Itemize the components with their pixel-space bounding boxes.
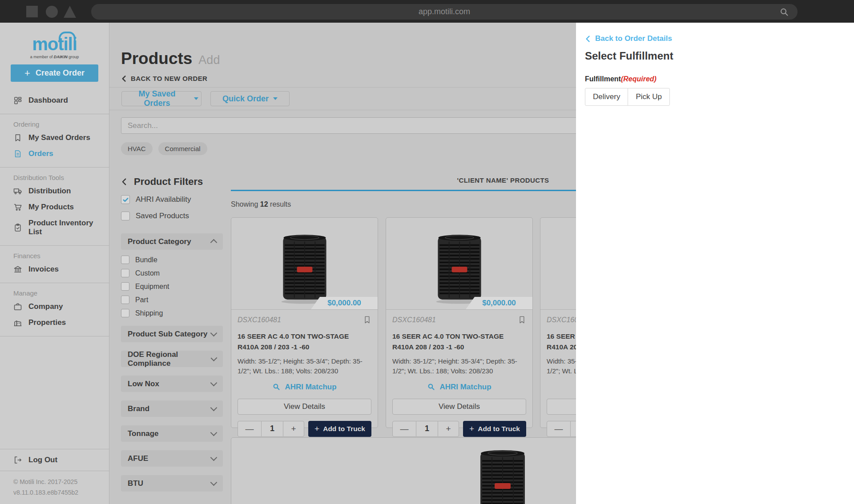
checkbox-unchecked-icon <box>121 269 129 277</box>
quantity-value[interactable]: 1 <box>416 421 438 437</box>
logout-button[interactable]: Log Out <box>0 449 109 471</box>
product-image-area: $0,000.00 <box>386 218 532 310</box>
logout-icon <box>13 456 22 464</box>
product-filters-header[interactable]: Product Filters <box>121 176 223 188</box>
filter-group-doe-regional-compliance[interactable]: DOE Regional Compliance <box>121 351 223 367</box>
select-fulfillment-panel: Back to Order Details Select Fulfillment… <box>576 23 854 504</box>
quantity-decrease-button[interactable]: — <box>547 421 571 437</box>
sidebar-item-my-products[interactable]: My Products <box>0 199 109 215</box>
filter-group-tonnage[interactable]: Tonnage <box>121 425 223 442</box>
ahri-availability-checkbox[interactable]: AHRI Availability <box>121 195 223 204</box>
filter-group-afue[interactable]: AFUE <box>121 450 223 467</box>
version-text: v8.11.0.183.e8b7455b2 <box>13 489 109 496</box>
quantity-decrease-button[interactable]: — <box>238 421 262 437</box>
checkbox-unchecked-icon <box>121 212 130 220</box>
create-order-button[interactable]: + Create Order <box>11 64 98 82</box>
option-part[interactable]: Part <box>121 296 223 304</box>
quick-order-dropdown[interactable]: Quick Order <box>210 91 290 106</box>
building-icon <box>13 318 22 327</box>
bookmark-icon <box>13 133 22 142</box>
results-count-text: Showing 12 results <box>231 200 291 208</box>
product-filters-panel: Product Filters AHRI Availability Saved … <box>121 176 223 492</box>
sidebar-item-dashboard[interactable]: Dashboard <box>0 92 109 108</box>
ahri-matchup-link[interactable]: AHRI Matchup <box>238 383 371 392</box>
condenser-unit-image <box>471 445 534 504</box>
filter-group-product-sub-category[interactable]: Product Sub Category <box>121 326 223 342</box>
checkbox-unchecked-icon <box>121 309 129 317</box>
chevron-left-icon <box>121 178 128 186</box>
product-category-options: Bundle Custom Equipment Part Shipping <box>121 256 223 317</box>
sidebar-item-company[interactable]: Company <box>0 299 109 315</box>
sidebar-section-finances: Finances <box>0 246 109 261</box>
chevron-down-icon <box>210 454 218 461</box>
tab-client-name-products[interactable]: 'CLIENT NAME' PRODUCTS <box>421 176 585 184</box>
address-bar[interactable]: app.motili.com <box>91 4 798 20</box>
back-to-new-order-link[interactable]: BACK TO NEW ORDER <box>121 75 207 82</box>
quantity-stepper: — 1 + <box>392 421 459 437</box>
view-details-button[interactable]: View Details <box>238 399 371 415</box>
sidebar-item-invoices[interactable]: Invoices <box>0 261 109 277</box>
option-equipment[interactable]: Equipment <box>121 282 223 291</box>
filter-group-low-nox[interactable]: Low Nox <box>121 376 223 392</box>
motili-logo-text: motili <box>0 35 109 53</box>
pickup-button[interactable]: Pick Up <box>628 88 670 106</box>
option-custom[interactable]: Custom <box>121 269 223 277</box>
chip-commercial[interactable]: Commercial <box>158 142 207 155</box>
price-banner: $0,000.00 <box>466 297 532 309</box>
product-card-body: DSXC160481 16 SEER AC 4.0 TON TWO-STAGE … <box>386 310 532 442</box>
quantity-row: — 1 + + Add to Truck <box>392 421 526 437</box>
fulfillment-field-label: Fulfillment(Required) <box>585 75 854 83</box>
product-card-body: DSXC160481 16 SEER AC 4.0 TON TWO-STAGE … <box>231 310 378 442</box>
chevron-down-icon <box>273 97 278 100</box>
sidebar-item-properties[interactable]: Properties <box>0 315 109 331</box>
chevron-down-icon <box>210 429 218 436</box>
sidebar-item-orders[interactable]: Orders <box>0 146 109 162</box>
bookmark-icon[interactable] <box>363 315 371 324</box>
ahri-matchup-link[interactable]: AHRI Matchup <box>392 383 526 392</box>
panel-title: Select Fulfillment <box>585 50 854 62</box>
sidebar-item-product-inventory-list[interactable]: Product Inventory List <box>0 215 109 240</box>
add-to-truck-button[interactable]: + Add to Truck <box>308 421 371 437</box>
product-search-input[interactable] <box>121 117 650 134</box>
window-triangle-shape <box>64 6 76 18</box>
plus-icon: + <box>469 424 474 434</box>
my-saved-orders-dropdown[interactable]: My Saved Orders <box>121 91 201 106</box>
add-to-truck-button[interactable]: + Add to Truck <box>463 421 526 437</box>
filter-group-btu[interactable]: BTU <box>121 475 223 492</box>
sidebar-item-distribution[interactable]: Distribution <box>0 183 109 199</box>
filter-chips: HVAC Commercial <box>121 142 207 155</box>
quantity-increase-button[interactable]: + <box>438 421 459 437</box>
briefcase-icon <box>13 302 22 311</box>
address-bar-url: app.motili.com <box>419 7 470 16</box>
quantity-decrease-button[interactable]: — <box>392 421 416 437</box>
filter-group-brand[interactable]: Brand <box>121 400 223 417</box>
chevron-up-icon <box>210 239 218 246</box>
saved-products-checkbox[interactable]: Saved Products <box>121 212 223 220</box>
chip-hvac[interactable]: HVAC <box>121 142 153 155</box>
checkbox-checked-icon <box>121 195 130 204</box>
view-details-button[interactable]: View Details <box>392 399 526 415</box>
sidebar-footer: © Motili Inc. 2017-2025 v8.11.0.183.e8b7… <box>0 471 109 504</box>
sidebar-section-ordering: Ordering <box>0 114 109 130</box>
product-card: $0,000.00 DSXC160481 16 SEER AC 4.0 TON … <box>231 217 378 428</box>
sidebar-item-my-saved-orders[interactable]: My Saved Orders <box>0 130 109 146</box>
back-to-order-details-link[interactable]: Back to Order Details <box>585 34 854 43</box>
quantity-value[interactable]: 1 <box>262 421 283 437</box>
product-card: $0,000.00 DSXC160481 16 SEER AC 4.0 TON … <box>386 217 533 428</box>
price-banner: $0,000.00 <box>311 297 378 309</box>
document-icon <box>13 149 22 158</box>
filter-group-product-category[interactable]: Product Category <box>121 233 223 250</box>
chevron-down-icon <box>210 330 218 337</box>
sidebar: motili a member of DAIKIN group + Create… <box>0 23 109 504</box>
quantity-increase-button[interactable]: + <box>283 421 304 437</box>
option-bundle[interactable]: Bundle <box>121 256 223 264</box>
search-icon[interactable] <box>779 7 790 20</box>
option-shipping[interactable]: Shipping <box>121 309 223 317</box>
motili-logo-arc <box>59 32 76 40</box>
truck-icon <box>13 187 22 196</box>
delivery-button[interactable]: Delivery <box>585 88 628 106</box>
motili-logo: motili a member of DAIKIN group <box>0 35 109 59</box>
product-image-area: $0,000.00 <box>231 218 378 310</box>
page-mode: Add <box>198 53 220 67</box>
bookmark-icon[interactable] <box>518 315 526 324</box>
